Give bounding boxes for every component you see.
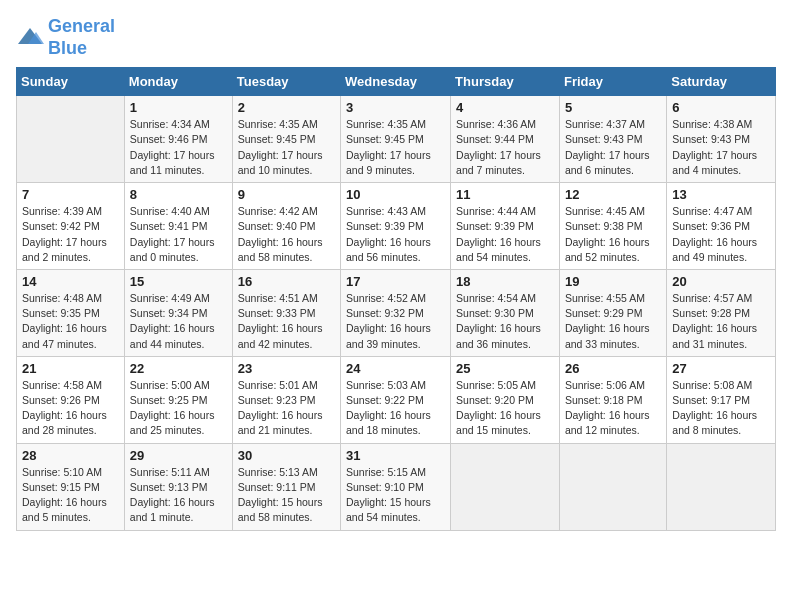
day-cell: 20Sunrise: 4:57 AMSunset: 9:28 PMDayligh… [667,269,776,356]
day-number: 14 [22,274,119,289]
day-info: Sunrise: 4:36 AMSunset: 9:44 PMDaylight:… [456,117,554,178]
day-cell: 8Sunrise: 4:40 AMSunset: 9:41 PMDaylight… [124,183,232,270]
week-row-4: 28Sunrise: 5:10 AMSunset: 9:15 PMDayligh… [17,443,776,530]
day-cell: 14Sunrise: 4:48 AMSunset: 9:35 PMDayligh… [17,269,125,356]
day-number: 4 [456,100,554,115]
weekday-tuesday: Tuesday [232,68,340,96]
day-info: Sunrise: 4:44 AMSunset: 9:39 PMDaylight:… [456,204,554,265]
day-number: 20 [672,274,770,289]
day-cell: 12Sunrise: 4:45 AMSunset: 9:38 PMDayligh… [559,183,666,270]
day-cell: 9Sunrise: 4:42 AMSunset: 9:40 PMDaylight… [232,183,340,270]
day-info: Sunrise: 5:00 AMSunset: 9:25 PMDaylight:… [130,378,227,439]
day-cell: 25Sunrise: 5:05 AMSunset: 9:20 PMDayligh… [451,356,560,443]
day-number: 30 [238,448,335,463]
day-cell [451,443,560,530]
day-number: 16 [238,274,335,289]
day-cell: 31Sunrise: 5:15 AMSunset: 9:10 PMDayligh… [341,443,451,530]
day-cell: 5Sunrise: 4:37 AMSunset: 9:43 PMDaylight… [559,96,666,183]
day-info: Sunrise: 5:03 AMSunset: 9:22 PMDaylight:… [346,378,445,439]
week-row-0: 1Sunrise: 4:34 AMSunset: 9:46 PMDaylight… [17,96,776,183]
day-info: Sunrise: 5:10 AMSunset: 9:15 PMDaylight:… [22,465,119,526]
day-number: 22 [130,361,227,376]
day-cell: 23Sunrise: 5:01 AMSunset: 9:23 PMDayligh… [232,356,340,443]
day-info: Sunrise: 4:47 AMSunset: 9:36 PMDaylight:… [672,204,770,265]
day-info: Sunrise: 4:54 AMSunset: 9:30 PMDaylight:… [456,291,554,352]
day-cell [17,96,125,183]
day-number: 21 [22,361,119,376]
day-number: 13 [672,187,770,202]
day-cell: 15Sunrise: 4:49 AMSunset: 9:34 PMDayligh… [124,269,232,356]
day-cell: 3Sunrise: 4:35 AMSunset: 9:45 PMDaylight… [341,96,451,183]
day-info: Sunrise: 5:15 AMSunset: 9:10 PMDaylight:… [346,465,445,526]
day-number: 10 [346,187,445,202]
day-number: 9 [238,187,335,202]
week-row-2: 14Sunrise: 4:48 AMSunset: 9:35 PMDayligh… [17,269,776,356]
day-number: 12 [565,187,661,202]
weekday-header-row: SundayMondayTuesdayWednesdayThursdayFrid… [17,68,776,96]
week-row-1: 7Sunrise: 4:39 AMSunset: 9:42 PMDaylight… [17,183,776,270]
day-cell [667,443,776,530]
day-cell: 6Sunrise: 4:38 AMSunset: 9:43 PMDaylight… [667,96,776,183]
day-info: Sunrise: 4:34 AMSunset: 9:46 PMDaylight:… [130,117,227,178]
day-number: 2 [238,100,335,115]
day-cell: 2Sunrise: 4:35 AMSunset: 9:45 PMDaylight… [232,96,340,183]
day-cell: 24Sunrise: 5:03 AMSunset: 9:22 PMDayligh… [341,356,451,443]
day-info: Sunrise: 4:45 AMSunset: 9:38 PMDaylight:… [565,204,661,265]
calendar-table: SundayMondayTuesdayWednesdayThursdayFrid… [16,67,776,530]
day-info: Sunrise: 4:38 AMSunset: 9:43 PMDaylight:… [672,117,770,178]
day-cell: 10Sunrise: 4:43 AMSunset: 9:39 PMDayligh… [341,183,451,270]
day-cell: 17Sunrise: 4:52 AMSunset: 9:32 PMDayligh… [341,269,451,356]
day-cell: 27Sunrise: 5:08 AMSunset: 9:17 PMDayligh… [667,356,776,443]
day-info: Sunrise: 4:35 AMSunset: 9:45 PMDaylight:… [346,117,445,178]
day-info: Sunrise: 4:58 AMSunset: 9:26 PMDaylight:… [22,378,119,439]
day-number: 28 [22,448,119,463]
day-number: 29 [130,448,227,463]
logo-icon [16,24,44,52]
weekday-wednesday: Wednesday [341,68,451,96]
day-number: 11 [456,187,554,202]
day-info: Sunrise: 4:39 AMSunset: 9:42 PMDaylight:… [22,204,119,265]
logo-text: General Blue [48,16,115,59]
day-number: 18 [456,274,554,289]
day-info: Sunrise: 4:52 AMSunset: 9:32 PMDaylight:… [346,291,445,352]
day-cell: 28Sunrise: 5:10 AMSunset: 9:15 PMDayligh… [17,443,125,530]
calendar-body: 1Sunrise: 4:34 AMSunset: 9:46 PMDaylight… [17,96,776,530]
day-number: 15 [130,274,227,289]
day-cell: 29Sunrise: 5:11 AMSunset: 9:13 PMDayligh… [124,443,232,530]
day-info: Sunrise: 4:42 AMSunset: 9:40 PMDaylight:… [238,204,335,265]
day-cell: 1Sunrise: 4:34 AMSunset: 9:46 PMDaylight… [124,96,232,183]
day-cell: 4Sunrise: 4:36 AMSunset: 9:44 PMDaylight… [451,96,560,183]
day-cell: 26Sunrise: 5:06 AMSunset: 9:18 PMDayligh… [559,356,666,443]
day-info: Sunrise: 4:35 AMSunset: 9:45 PMDaylight:… [238,117,335,178]
day-number: 7 [22,187,119,202]
day-info: Sunrise: 5:13 AMSunset: 9:11 PMDaylight:… [238,465,335,526]
day-number: 8 [130,187,227,202]
day-number: 6 [672,100,770,115]
day-info: Sunrise: 4:57 AMSunset: 9:28 PMDaylight:… [672,291,770,352]
day-info: Sunrise: 4:48 AMSunset: 9:35 PMDaylight:… [22,291,119,352]
day-cell: 18Sunrise: 4:54 AMSunset: 9:30 PMDayligh… [451,269,560,356]
day-number: 1 [130,100,227,115]
day-cell [559,443,666,530]
day-number: 31 [346,448,445,463]
day-number: 17 [346,274,445,289]
weekday-sunday: Sunday [17,68,125,96]
day-info: Sunrise: 5:05 AMSunset: 9:20 PMDaylight:… [456,378,554,439]
day-cell: 16Sunrise: 4:51 AMSunset: 9:33 PMDayligh… [232,269,340,356]
day-info: Sunrise: 4:37 AMSunset: 9:43 PMDaylight:… [565,117,661,178]
week-row-3: 21Sunrise: 4:58 AMSunset: 9:26 PMDayligh… [17,356,776,443]
day-number: 24 [346,361,445,376]
day-number: 5 [565,100,661,115]
day-number: 23 [238,361,335,376]
day-cell: 11Sunrise: 4:44 AMSunset: 9:39 PMDayligh… [451,183,560,270]
day-info: Sunrise: 4:55 AMSunset: 9:29 PMDaylight:… [565,291,661,352]
day-number: 26 [565,361,661,376]
day-info: Sunrise: 4:49 AMSunset: 9:34 PMDaylight:… [130,291,227,352]
day-cell: 13Sunrise: 4:47 AMSunset: 9:36 PMDayligh… [667,183,776,270]
day-info: Sunrise: 5:06 AMSunset: 9:18 PMDaylight:… [565,378,661,439]
logo: General Blue [16,16,115,59]
day-info: Sunrise: 5:08 AMSunset: 9:17 PMDaylight:… [672,378,770,439]
day-number: 27 [672,361,770,376]
day-info: Sunrise: 4:43 AMSunset: 9:39 PMDaylight:… [346,204,445,265]
day-cell: 21Sunrise: 4:58 AMSunset: 9:26 PMDayligh… [17,356,125,443]
